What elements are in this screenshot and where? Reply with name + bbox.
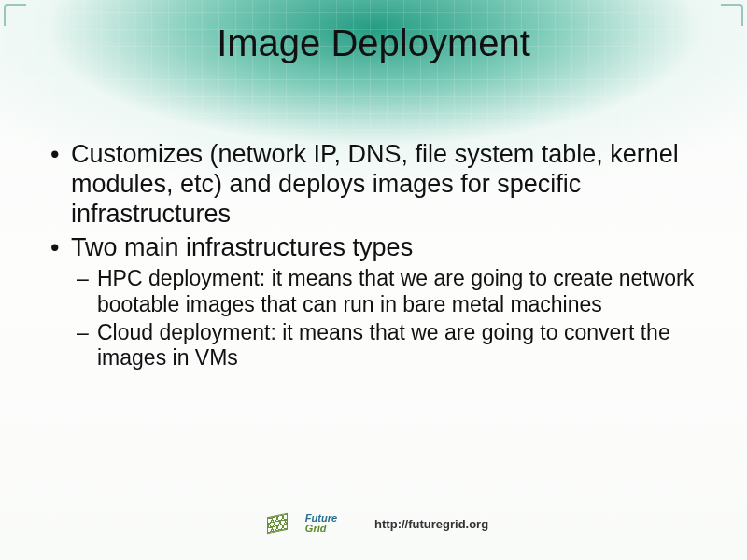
bullet-list: Customizes (network IP, DNS, file system…: [49, 140, 710, 371]
slide-body: Customizes (network IP, DNS, file system…: [49, 140, 710, 375]
footer-url: http://futuregrid.org: [374, 517, 488, 531]
sub-bullet-item: Cloud deployment: it means that we are g…: [71, 320, 710, 371]
logo-grid-graphic: [267, 513, 288, 535]
sub-bullet-list: HPC deployment: it means that we are goi…: [71, 266, 710, 371]
bullet-item: Customizes (network IP, DNS, file system…: [49, 140, 710, 230]
sub-bullet-text: HPC deployment: it means that we are goi…: [97, 266, 694, 316]
bullet-item: Two main infrastructures types HPC deplo…: [49, 233, 710, 371]
sub-bullet-item: HPC deployment: it means that we are goi…: [71, 266, 710, 317]
logo-line2: Grid: [305, 524, 337, 534]
futuregrid-logo-text: Future Grid: [305, 513, 337, 534]
bullet-text: Two main infrastructures types: [71, 233, 413, 261]
background-grid: [0, 0, 747, 131]
slide-footer: Future Grid http://futuregrid.org: [0, 510, 747, 538]
futuregrid-logo-icon: [259, 510, 296, 538]
bullet-text: Customizes (network IP, DNS, file system…: [71, 140, 679, 228]
slide-title: Image Deployment: [0, 22, 747, 64]
sub-bullet-text: Cloud deployment: it means that we are g…: [97, 320, 670, 371]
